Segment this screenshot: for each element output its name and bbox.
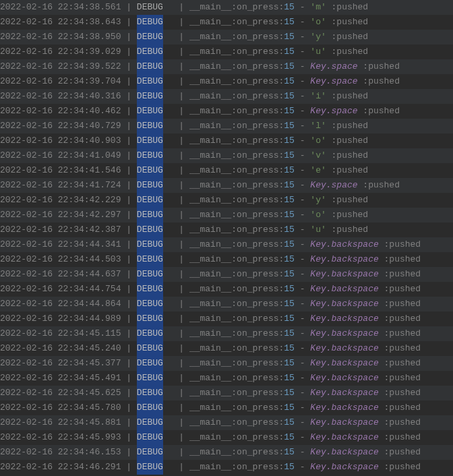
- log-separator: |: [179, 415, 189, 430]
- log-line: 2022-02-16 22:34:40.903 | DEBUG | __main…: [0, 133, 453, 148]
- log-separator: |: [179, 178, 189, 193]
- log-module: __main__:on_press:: [189, 237, 284, 252]
- log-padding: [163, 371, 179, 386]
- log-lineno: 15: [284, 15, 295, 30]
- log-dash: -: [295, 104, 310, 119]
- log-module: __main__:on_press:: [189, 104, 284, 119]
- log-line: 2022-02-16 22:34:39.522 | DEBUG | __main…: [0, 59, 453, 74]
- log-separator: |: [179, 89, 189, 104]
- log-key: 'u': [310, 222, 326, 237]
- log-line: 2022-02-16 22:34:42.297 | DEBUG | __main…: [0, 208, 453, 222]
- log-lineno: 15: [284, 267, 295, 282]
- log-dash: -: [295, 193, 310, 208]
- log-dash: -: [295, 208, 310, 222]
- log-separator: |: [121, 356, 136, 371]
- log-module: __main__:on_press:: [189, 163, 284, 178]
- log-level: DEBUG: [137, 208, 163, 222]
- log-separator: |: [121, 222, 136, 237]
- log-message: :pushed: [326, 193, 368, 208]
- log-timestamp: 2022-02-16 22:34:45.377: [0, 356, 121, 371]
- log-separator: |: [179, 297, 189, 311]
- log-separator: |: [179, 148, 189, 163]
- log-lineno: 15: [284, 59, 295, 74]
- log-dash: -: [295, 267, 310, 282]
- log-module: __main__:on_press:: [189, 74, 284, 89]
- log-message: :pushed: [379, 267, 421, 282]
- log-dash: -: [295, 297, 310, 311]
- log-timestamp: 2022-02-16 22:34:45.625: [0, 386, 121, 400]
- log-timestamp: 2022-02-16 22:34:46.291: [0, 460, 121, 475]
- log-lineno: 15: [284, 326, 295, 341]
- log-separator: |: [121, 0, 136, 15]
- log-key: Key.backspace: [310, 282, 378, 297]
- log-line: 2022-02-16 22:34:45.377 | DEBUG | __main…: [0, 356, 453, 371]
- log-level: DEBUG: [137, 0, 163, 15]
- log-level: DEBUG: [137, 178, 163, 193]
- log-line: 2022-02-16 22:34:40.316 | DEBUG | __main…: [0, 89, 453, 104]
- log-message: :pushed: [326, 163, 368, 178]
- log-level: DEBUG: [137, 15, 163, 30]
- log-key: 'y': [310, 30, 326, 44]
- log-module: __main__:on_press:: [189, 430, 284, 445]
- log-padding: [163, 133, 179, 148]
- log-level: DEBUG: [137, 163, 163, 178]
- log-line: 2022-02-16 22:34:41.724 | DEBUG | __main…: [0, 178, 453, 193]
- log-level: DEBUG: [137, 341, 163, 356]
- log-line: 2022-02-16 22:34:38.950 | DEBUG | __main…: [0, 30, 453, 44]
- log-line: 2022-02-16 22:34:44.864 | DEBUG | __main…: [0, 297, 453, 311]
- log-module: __main__:on_press:: [189, 15, 284, 30]
- log-key: 'o': [310, 208, 326, 222]
- log-key: Key.backspace: [310, 371, 378, 386]
- log-key: Key.backspace: [310, 400, 378, 415]
- log-module: __main__:on_press:: [189, 400, 284, 415]
- log-module: __main__:on_press:: [189, 178, 284, 193]
- log-padding: [163, 104, 179, 119]
- log-key: Key.backspace: [310, 252, 378, 267]
- log-module: __main__:on_press:: [189, 59, 284, 74]
- log-separator: |: [121, 400, 136, 415]
- log-timestamp: 2022-02-16 22:34:41.049: [0, 148, 121, 163]
- log-padding: [163, 15, 179, 30]
- log-line: 2022-02-16 22:34:45.780 | DEBUG | __main…: [0, 400, 453, 415]
- log-padding: [163, 445, 179, 460]
- log-lineno: 15: [284, 415, 295, 430]
- log-padding: [163, 74, 179, 89]
- log-lineno: 15: [284, 311, 295, 326]
- log-level: DEBUG: [137, 30, 163, 44]
- log-key: 'e': [310, 163, 326, 178]
- log-key: 'y': [310, 193, 326, 208]
- log-separator: |: [179, 430, 189, 445]
- log-lineno: 15: [284, 193, 295, 208]
- log-message: :pushed: [326, 222, 368, 237]
- log-message: :pushed: [379, 282, 421, 297]
- log-level: DEBUG: [137, 252, 163, 267]
- log-level: DEBUG: [137, 282, 163, 297]
- log-line: 2022-02-16 22:34:41.049 | DEBUG | __main…: [0, 148, 453, 163]
- log-padding: [163, 237, 179, 252]
- log-padding: [163, 386, 179, 400]
- log-line: 2022-02-16 22:34:45.115 | DEBUG | __main…: [0, 326, 453, 341]
- log-lineno: 15: [284, 208, 295, 222]
- log-key: Key.space: [310, 104, 357, 119]
- log-message: :pushed: [358, 178, 400, 193]
- log-line: 2022-02-16 22:34:38.643 | DEBUG | __main…: [0, 15, 453, 30]
- log-padding: [163, 282, 179, 297]
- log-padding: [163, 297, 179, 311]
- log-dash: -: [295, 44, 310, 59]
- log-key: Key.space: [310, 59, 357, 74]
- log-line: 2022-02-16 22:34:45.240 | DEBUG | __main…: [0, 341, 453, 356]
- log-key: 'm': [310, 0, 326, 15]
- log-lineno: 15: [284, 356, 295, 371]
- log-module: __main__:on_press:: [189, 30, 284, 44]
- log-separator: |: [121, 15, 136, 30]
- log-padding: [163, 415, 179, 430]
- log-line: 2022-02-16 22:34:44.989 | DEBUG | __main…: [0, 311, 453, 326]
- log-separator: |: [121, 415, 136, 430]
- log-key: 'l': [310, 119, 326, 133]
- log-message: :pushed: [379, 430, 421, 445]
- log-dash: -: [295, 252, 310, 267]
- log-padding: [163, 30, 179, 44]
- log-timestamp: 2022-02-16 22:34:44.637: [0, 267, 121, 282]
- log-padding: [163, 267, 179, 282]
- log-message: :pushed: [326, 119, 368, 133]
